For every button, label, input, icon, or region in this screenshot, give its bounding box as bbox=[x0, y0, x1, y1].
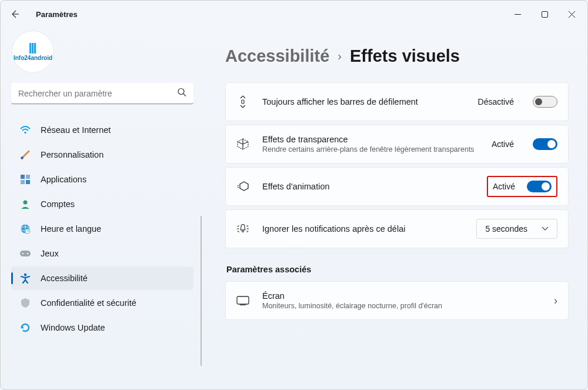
nav-list: Réseau et Internet Personnalisation Appl… bbox=[11, 118, 193, 339]
sidebar-item-label: Applications bbox=[41, 175, 86, 184]
brush-icon bbox=[19, 149, 31, 161]
setting-title: Ignorer les notifications après ce délai bbox=[262, 224, 463, 234]
settings-window: Paramètres Info24android bbox=[0, 0, 588, 390]
chevron-right-icon: › bbox=[554, 295, 557, 307]
sidebar-item-label: Réseau et Internet bbox=[41, 125, 111, 135]
sidebar-item-label: Personnalisation bbox=[41, 150, 103, 159]
setting-title: Effets d'animation bbox=[262, 182, 474, 191]
dropdown-value: 5 secondes bbox=[485, 224, 527, 234]
svg-line-28 bbox=[246, 226, 248, 227]
setting-status: Désactivé bbox=[478, 97, 514, 106]
sidebar-item-accessibility[interactable]: Accessibilité bbox=[11, 266, 193, 290]
svg-line-25 bbox=[238, 226, 239, 227]
setting-subtitle: Rendre certains arrière-plans de fenêtre… bbox=[262, 145, 479, 154]
svg-point-22 bbox=[24, 274, 26, 276]
sidebar-item-privacy[interactable]: Confidentialité et sécurité bbox=[11, 291, 193, 315]
setting-scrollbars: Toujours afficher les barres de défileme… bbox=[225, 82, 569, 121]
svg-rect-19 bbox=[20, 251, 31, 256]
svg-rect-31 bbox=[237, 296, 249, 304]
toggle-scrollbars[interactable] bbox=[533, 96, 557, 108]
body: Info24android Réseau et Internet bbox=[1, 28, 587, 389]
breadcrumb: Accessibilité › Effets visuels bbox=[225, 46, 569, 66]
svg-rect-10 bbox=[21, 180, 25, 184]
update-icon bbox=[19, 322, 31, 334]
animation-icon bbox=[236, 180, 249, 193]
svg-point-21 bbox=[27, 253, 28, 254]
svg-line-30 bbox=[246, 231, 248, 232]
setting-title: Effets de transparence bbox=[262, 135, 479, 144]
close-button[interactable] bbox=[558, 5, 585, 24]
minimize-icon bbox=[514, 11, 521, 18]
svg-point-7 bbox=[21, 156, 23, 159]
apps-icon bbox=[19, 174, 31, 185]
search-input[interactable] bbox=[11, 83, 193, 104]
toggle-animation[interactable] bbox=[527, 181, 552, 192]
svg-line-5 bbox=[183, 94, 186, 96]
monitor-icon bbox=[236, 294, 249, 307]
scrollbar-indicator[interactable] bbox=[201, 216, 202, 366]
svg-point-4 bbox=[178, 89, 184, 95]
sidebar-item-label: Comptes bbox=[41, 199, 75, 209]
related-heading: Paramètres associés bbox=[226, 265, 569, 274]
sidebar-item-update[interactable]: Windows Update bbox=[11, 316, 193, 339]
related-screen[interactable]: Écran Moniteurs, luminosité, éclairage n… bbox=[225, 281, 569, 320]
close-icon bbox=[569, 11, 575, 18]
svg-rect-23 bbox=[242, 100, 244, 104]
svg-rect-1 bbox=[542, 11, 547, 17]
chevron-right-icon: › bbox=[338, 49, 342, 63]
arrow-left-icon bbox=[10, 9, 19, 19]
sidebar-item-apps[interactable]: Applications bbox=[11, 168, 193, 191]
setting-title: Toujours afficher les barres de défileme… bbox=[262, 97, 465, 106]
maximize-button[interactable] bbox=[531, 5, 558, 24]
highlight-annotation: Activé bbox=[487, 176, 557, 197]
breadcrumb-current: Effets visuels bbox=[350, 46, 460, 66]
scrollbar-icon bbox=[236, 95, 249, 108]
related-title: Écran bbox=[262, 291, 541, 301]
app-title: Paramètres bbox=[36, 10, 78, 19]
related-subtitle: Moniteurs, luminosité, éclairage nocturn… bbox=[262, 302, 541, 310]
svg-point-24 bbox=[242, 231, 244, 232]
window-controls bbox=[504, 5, 585, 24]
svg-point-20 bbox=[22, 253, 24, 254]
svg-point-6 bbox=[24, 132, 26, 134]
sidebar-item-time[interactable]: Heure et langue bbox=[11, 217, 193, 241]
shield-icon bbox=[19, 297, 31, 309]
sidebar-item-personalization[interactable]: Personnalisation bbox=[11, 143, 193, 166]
sidebar-item-accounts[interactable]: Comptes bbox=[11, 192, 193, 216]
back-button[interactable] bbox=[4, 4, 25, 25]
avatar[interactable]: Info24android bbox=[12, 31, 54, 72]
sidebar-item-label: Heure et langue bbox=[41, 224, 101, 234]
content-area: Accessibilité › Effets visuels Toujours … bbox=[201, 28, 587, 389]
setting-transparency: Effets de transparence Rendre certains a… bbox=[225, 125, 569, 164]
setting-status: Activé bbox=[493, 182, 515, 191]
sidebar-item-label: Accessibilité bbox=[41, 274, 88, 283]
breadcrumb-parent[interactable]: Accessibilité bbox=[225, 46, 329, 66]
wifi-icon bbox=[19, 124, 31, 136]
notification-delay-dropdown[interactable]: 5 secondes bbox=[476, 219, 557, 239]
sidebar-item-gaming[interactable]: Jeux bbox=[11, 242, 193, 265]
svg-point-12 bbox=[24, 201, 28, 205]
sidebar-item-label: Confidentialité et sécurité bbox=[41, 298, 136, 308]
notification-timer-icon bbox=[236, 222, 249, 235]
accessibility-icon bbox=[19, 272, 31, 284]
gamepad-icon bbox=[19, 248, 31, 259]
clock-globe-icon bbox=[19, 223, 31, 235]
sidebar-item-label: Windows Update bbox=[41, 323, 105, 332]
sidebar-item-network[interactable]: Réseau et Internet bbox=[11, 118, 193, 142]
setting-status: Activé bbox=[492, 139, 514, 149]
svg-line-27 bbox=[238, 231, 239, 232]
search-icon bbox=[178, 88, 186, 99]
sidebar: Info24android Réseau et Internet bbox=[1, 28, 201, 389]
avatar-logo: Info24android bbox=[12, 43, 54, 61]
svg-rect-9 bbox=[26, 175, 30, 179]
sidebar-item-label: Jeux bbox=[41, 249, 59, 258]
svg-rect-11 bbox=[26, 180, 30, 184]
setting-animation: Effets d'animation Activé bbox=[225, 167, 569, 206]
person-icon bbox=[19, 198, 31, 210]
search-box bbox=[11, 83, 193, 104]
maximize-icon bbox=[542, 11, 548, 18]
transparency-icon bbox=[236, 138, 249, 151]
titlebar: Paramètres bbox=[1, 1, 587, 28]
minimize-button[interactable] bbox=[504, 5, 531, 24]
toggle-transparency[interactable] bbox=[533, 138, 557, 150]
